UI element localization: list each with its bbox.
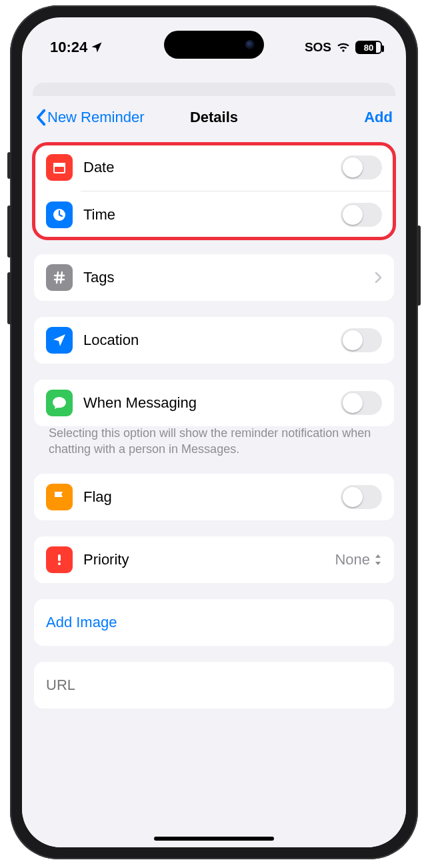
messaging-toggle[interactable]: [341, 391, 382, 415]
location-row[interactable]: Location: [34, 317, 394, 364]
flag-icon: [46, 484, 73, 510]
priority-label: Priority: [83, 551, 324, 568]
calendar-icon: [46, 154, 73, 181]
priority-group: Priority None: [34, 536, 394, 583]
hashtag-icon: [46, 264, 73, 291]
messaging-row[interactable]: When Messaging: [34, 380, 394, 426]
svg-point-9: [61, 170, 62, 171]
volume-down-button: [7, 272, 11, 324]
svg-point-7: [55, 170, 57, 171]
flag-toggle[interactable]: [341, 485, 382, 509]
svg-point-8: [58, 170, 59, 171]
phone-frame: 10:24 SOS 80 New Reminder Details Add: [10, 5, 418, 859]
date-time-group: Date Time: [34, 144, 394, 238]
chevron-left-icon: [35, 109, 46, 126]
add-button[interactable]: Add: [364, 109, 393, 126]
time-toggle[interactable]: [341, 203, 382, 227]
flag-label: Flag: [83, 488, 330, 506]
phone-screen: 10:24 SOS 80 New Reminder Details Add: [22, 17, 406, 847]
svg-point-4: [55, 167, 57, 169]
date-toggle[interactable]: [341, 155, 382, 179]
sheet-content: Date Time: [22, 139, 406, 709]
nav-bar: New Reminder Details Add: [22, 96, 406, 139]
volume-up-button: [7, 205, 11, 258]
dynamic-island: [164, 31, 264, 59]
messaging-label: When Messaging: [83, 394, 330, 412]
status-time: 10:24: [50, 39, 87, 56]
power-button: [417, 226, 421, 306]
details-sheet: New Reminder Details Add Date: [22, 96, 406, 847]
add-image-label: Add Image: [46, 614, 382, 631]
url-group: [34, 662, 394, 709]
svg-rect-11: [58, 554, 61, 561]
clock-icon: [46, 201, 73, 228]
status-sos: SOS: [305, 40, 331, 55]
priority-icon: [46, 546, 73, 573]
chevron-right-icon: [374, 271, 382, 284]
location-toggle[interactable]: [341, 328, 382, 352]
add-image-row[interactable]: Add Image: [34, 599, 394, 646]
time-label: Time: [83, 206, 330, 224]
location-label: Location: [83, 332, 330, 349]
add-image-group: Add Image: [34, 599, 394, 646]
date-row[interactable]: Date: [34, 144, 394, 191]
battery-level: 80: [357, 43, 381, 53]
front-camera: [245, 40, 255, 49]
tags-group: Tags: [34, 254, 394, 301]
priority-value: None: [335, 551, 370, 568]
flag-group: Flag: [34, 474, 394, 520]
svg-point-5: [58, 167, 59, 169]
message-icon: [46, 390, 73, 416]
updown-icon: [374, 554, 382, 566]
location-group: Location: [34, 317, 394, 364]
back-button[interactable]: New Reminder: [35, 109, 145, 126]
location-icon: [46, 327, 73, 354]
tags-row[interactable]: Tags: [34, 254, 394, 301]
back-label: New Reminder: [47, 109, 145, 126]
url-row[interactable]: [34, 662, 394, 709]
home-indicator[interactable]: [154, 837, 274, 841]
tags-label: Tags: [83, 269, 363, 286]
date-label: Date: [83, 159, 330, 176]
svg-point-6: [61, 167, 62, 169]
time-row[interactable]: Time: [34, 191, 394, 238]
messaging-note: Selecting this option will show the remi…: [34, 425, 394, 458]
url-input[interactable]: [46, 677, 382, 694]
wifi-icon: [337, 41, 350, 54]
priority-row[interactable]: Priority None: [34, 536, 394, 583]
location-arrow-icon: [90, 41, 103, 54]
messaging-group: When Messaging: [34, 380, 394, 426]
battery-icon: 80: [355, 41, 382, 54]
side-button: [7, 152, 11, 179]
svg-point-12: [58, 562, 61, 565]
flag-row[interactable]: Flag: [34, 474, 394, 520]
priority-value-wrap: None: [335, 551, 382, 568]
